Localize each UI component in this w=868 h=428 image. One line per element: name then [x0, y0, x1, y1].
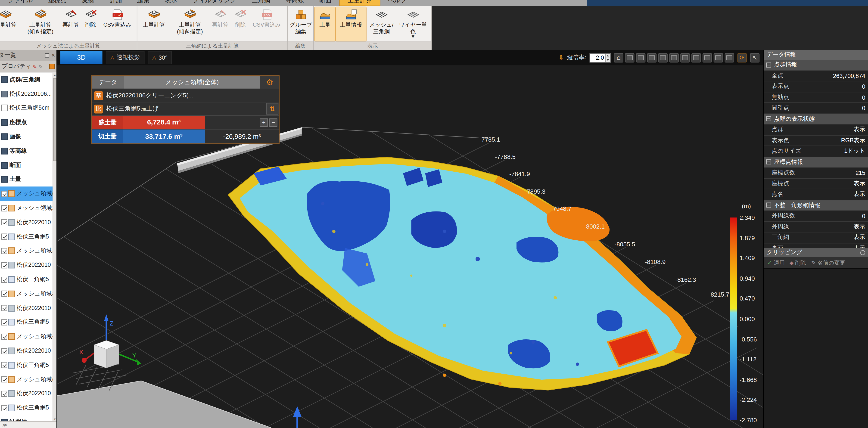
vertical-scale-value[interactable]: 2.0 [590, 54, 605, 62]
view-angle-setting[interactable]: △ 30° [148, 51, 172, 64]
tree-item[interactable]: 松伏2022010 [0, 387, 53, 401]
edit-gray-pencil-icon[interactable]: ✎ [38, 63, 43, 69]
mesh-csv-export-button[interactable]: CSV CSV書込み [100, 7, 134, 42]
visibility-checkbox[interactable] [1, 276, 7, 282]
view-icon[interactable] [636, 53, 646, 62]
scroll-up-icon[interactable]: ▲ [53, 72, 57, 77]
tree-item[interactable]: メッシュ領域(全体 [0, 187, 53, 201]
pin-icon[interactable] [860, 250, 865, 255]
tree-item[interactable]: 松伏2022010 [0, 301, 53, 315]
view-icon[interactable] [703, 53, 712, 62]
mesh-volume-calc-slope-button[interactable]: 土量計算 (傾き指定) [21, 7, 60, 42]
tree-item[interactable]: 松伏2022010 [0, 215, 53, 230]
visibility-checkbox[interactable] [1, 362, 7, 368]
ribbon-tab[interactable]: 表示 [157, 0, 185, 6]
tree-item[interactable]: 点群/三角網 [0, 72, 53, 87]
mesh-recalculate-button[interactable]: 再計算 [60, 7, 82, 42]
view-icon[interactable] [691, 53, 701, 62]
collapse-icon[interactable] [766, 62, 771, 67]
tree-item[interactable]: 座標点 [0, 116, 53, 130]
view-icon[interactable] [647, 53, 657, 62]
tree-item[interactable]: 画像 [0, 129, 53, 144]
spinner-up-icon[interactable] [606, 54, 610, 58]
collapse-icon[interactable] [766, 203, 771, 208]
visibility-checkbox[interactable] [1, 334, 7, 340]
visibility-checkbox[interactable] [1, 376, 7, 383]
collapse-icon[interactable] [766, 116, 771, 121]
volume-info-toggle[interactable]: 土量情報 [336, 7, 367, 42]
rotate-view-icon[interactable]: ⟳ [738, 53, 747, 62]
mesh-delete-button[interactable]: 削除 [82, 7, 100, 42]
plus-button[interactable]: + [260, 118, 268, 127]
ribbon-tab[interactable]: 編集 [130, 0, 157, 6]
perspective-projection-toggle[interactable]: △ 透視投影 [106, 51, 145, 64]
tab-properties[interactable]: プロパティ [2, 62, 31, 70]
tree-item[interactable]: 松伏2022010 [0, 258, 53, 273]
gear-icon[interactable]: ⚙ [260, 76, 279, 89]
view-icon[interactable] [669, 53, 679, 62]
tree-item[interactable]: 松伏三角網5 [0, 315, 53, 330]
clipping-apply-button[interactable]: ✓適用 [767, 258, 785, 266]
tree-item[interactable]: 松伏三角網5 [0, 358, 53, 372]
view-icon[interactable] [714, 53, 723, 62]
tool-orange-icon[interactable] [49, 64, 55, 69]
tree-item[interactable]: 断面 [0, 158, 53, 173]
viewport-3d[interactable]: Z Y X -7735.1-7788.5-7841.9-7895.3-7948.… [57, 65, 763, 428]
vertical-scale-input[interactable]: 2.0 [590, 53, 611, 62]
visibility-checkbox[interactable] [1, 191, 7, 197]
swap-surfaces-icon[interactable]: ⇅ [266, 103, 279, 115]
view-icon[interactable] [614, 53, 623, 62]
visibility-checkbox[interactable] [1, 319, 7, 325]
tree-item[interactable]: メッシュ領域2(堆 [0, 244, 53, 258]
minus-button[interactable]: − [269, 118, 277, 127]
mesh-volume-calc-button[interactable]: 土量計算 [0, 7, 21, 42]
tree-item[interactable]: メッシュ領域1(堆 [0, 201, 53, 215]
tree-scrollbar[interactable]: ▲ ▼ [53, 72, 57, 421]
tree-item[interactable]: メッシュ領域3(堆 [0, 287, 53, 301]
tree-item[interactable]: 松伏三角網5 [0, 230, 53, 244]
clipping-rename-button[interactable]: ✎名前の変更 [811, 258, 845, 266]
view-icon[interactable] [725, 53, 734, 62]
close-icon[interactable]: ✕ [51, 53, 55, 58]
tin-volume-calc-button[interactable]: 土量計算 [138, 7, 170, 42]
spinner-down-icon[interactable] [606, 58, 610, 62]
ribbon-tab[interactable]: 座標点 [40, 0, 74, 6]
ribbon-tab[interactable]: ヘルプ [380, 0, 414, 6]
visibility-checkbox[interactable] [1, 305, 7, 311]
ribbon-tab[interactable]: 土量計算 [339, 0, 380, 6]
tree-item[interactable]: メッシュ領域4(堆 [0, 330, 53, 344]
scrollbar-thumb[interactable] [53, 78, 57, 161]
view-icon[interactable] [658, 53, 668, 62]
tree-item[interactable]: メッシュ領域(全体 [0, 372, 53, 387]
ribbon-tab[interactable]: 計測 [102, 0, 130, 6]
expand-icon[interactable]: ≫ [2, 422, 8, 428]
ribbon-tab[interactable]: 等高線 [278, 0, 312, 6]
wireframe-color-dropdown[interactable]: ワイヤー単色 ▼ [396, 7, 430, 42]
visibility-checkbox[interactable] [1, 248, 7, 254]
ribbon-tab[interactable]: 断面 [311, 0, 339, 6]
ribbon-tab[interactable]: 三角網 [244, 0, 278, 6]
pin-icon[interactable] [45, 53, 50, 58]
tree-item[interactable]: 等高線 [0, 144, 53, 158]
tin-csv-export-button[interactable]: CSV CSV書込み [250, 7, 284, 42]
visibility-checkbox[interactable] [1, 405, 7, 411]
tin-recalculate-button[interactable]: 再計算 [210, 7, 231, 42]
clipping-delete-button[interactable]: ◆削除 [789, 258, 806, 266]
ribbon-tab[interactable]: 変換 [74, 0, 102, 6]
visibility-checkbox[interactable] [1, 262, 7, 268]
tree-item[interactable]: 松伏三角網5 [0, 401, 53, 415]
scroll-down-icon[interactable]: ▼ [53, 417, 57, 421]
group-edit-button[interactable]: グループ 編集 [288, 7, 313, 42]
mesh-tin-display-toggle[interactable]: メッシュ/ 三角網 [367, 7, 396, 42]
collapse-icon[interactable] [766, 160, 771, 165]
edit-red-pencil-icon[interactable]: ✎ [33, 63, 37, 69]
tin-volume-calc-slope-button[interactable]: 土量計算 (傾き指定) [170, 7, 210, 42]
visibility-checkbox[interactable] [1, 348, 7, 354]
tree-item[interactable]: 松伏三角網5cm [0, 101, 53, 116]
view-icon[interactable] [680, 53, 690, 62]
view-3d-tab[interactable]: 3D [60, 51, 102, 64]
ribbon-tab[interactable]: フィルタリング [185, 0, 244, 6]
tree-item[interactable]: 計測値 [0, 415, 53, 421]
visibility-checkbox[interactable] [1, 219, 7, 225]
visibility-checkbox[interactable] [1, 234, 7, 240]
